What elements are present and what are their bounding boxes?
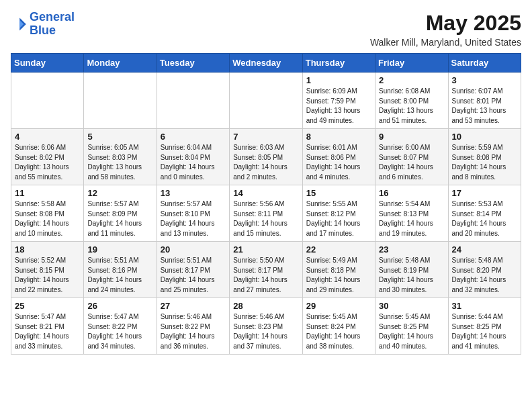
day-number: 4 <box>15 132 80 142</box>
calendar-cell <box>11 73 84 129</box>
calendar-week-3: 11Sunrise: 5:58 AMSunset: 8:08 PMDayligh… <box>11 185 521 242</box>
day-number: 25 <box>15 301 80 311</box>
calendar-cell: 23Sunrise: 5:48 AMSunset: 8:19 PMDayligh… <box>375 242 448 298</box>
day-number: 22 <box>306 244 371 255</box>
calendar-cell <box>157 73 229 129</box>
day-info: Sunrise: 5:55 AMSunset: 8:12 PMDaylight:… <box>306 199 371 238</box>
day-info: Sunrise: 5:47 AMSunset: 8:21 PMDaylight:… <box>15 312 80 351</box>
logo-icon <box>11 16 27 32</box>
calendar-cell <box>84 73 157 129</box>
day-number: 21 <box>233 244 298 255</box>
calendar-cell: 3Sunrise: 6:07 AMSunset: 8:01 PMDaylight… <box>448 73 521 129</box>
calendar-week-2: 4Sunrise: 6:06 AMSunset: 8:02 PMDaylight… <box>11 129 521 185</box>
calendar-cell: 4Sunrise: 6:06 AMSunset: 8:02 PMDaylight… <box>11 129 84 185</box>
day-number: 12 <box>87 188 152 198</box>
day-info: Sunrise: 5:59 AMSunset: 8:08 PMDaylight:… <box>452 143 517 182</box>
day-info: Sunrise: 5:58 AMSunset: 8:08 PMDaylight:… <box>15 199 80 238</box>
day-info: Sunrise: 6:01 AMSunset: 8:06 PMDaylight:… <box>306 143 371 182</box>
day-info: Sunrise: 5:51 AMSunset: 8:16 PMDaylight:… <box>87 256 152 295</box>
col-header-tuesday: Tuesday <box>157 54 229 73</box>
day-info: Sunrise: 5:53 AMSunset: 8:14 PMDaylight:… <box>452 199 517 238</box>
page-header: General Blue May 2025 Walker Mill, Maryl… <box>11 11 521 48</box>
day-number: 31 <box>452 301 517 311</box>
calendar-cell: 7Sunrise: 6:03 AMSunset: 8:05 PMDaylight… <box>230 129 302 185</box>
day-number: 5 <box>87 132 152 142</box>
calendar-cell: 14Sunrise: 5:56 AMSunset: 8:11 PMDayligh… <box>230 185 302 242</box>
day-info: Sunrise: 5:57 AMSunset: 8:10 PMDaylight:… <box>161 199 226 238</box>
day-info: Sunrise: 5:44 AMSunset: 8:25 PMDaylight:… <box>452 312 517 351</box>
day-info: Sunrise: 6:06 AMSunset: 8:02 PMDaylight:… <box>15 143 80 182</box>
day-info: Sunrise: 6:03 AMSunset: 8:05 PMDaylight:… <box>233 143 298 182</box>
calendar-cell: 12Sunrise: 5:57 AMSunset: 8:09 PMDayligh… <box>84 185 157 242</box>
day-number: 15 <box>306 188 371 198</box>
day-info: Sunrise: 5:49 AMSunset: 8:18 PMDaylight:… <box>306 256 371 295</box>
day-number: 18 <box>15 244 80 255</box>
col-header-monday: Monday <box>84 54 157 73</box>
day-number: 1 <box>306 75 371 85</box>
day-info: Sunrise: 5:48 AMSunset: 8:20 PMDaylight:… <box>452 256 517 295</box>
logo: General Blue <box>11 11 75 38</box>
logo-line2: Blue <box>30 24 56 37</box>
day-info: Sunrise: 5:54 AMSunset: 8:13 PMDaylight:… <box>379 199 444 238</box>
col-header-wednesday: Wednesday <box>230 54 302 73</box>
day-info: Sunrise: 5:48 AMSunset: 8:19 PMDaylight:… <box>379 256 444 295</box>
calendar-week-5: 25Sunrise: 5:47 AMSunset: 8:21 PMDayligh… <box>11 298 521 355</box>
calendar-cell: 29Sunrise: 5:45 AMSunset: 8:24 PMDayligh… <box>302 298 375 355</box>
calendar-cell: 6Sunrise: 6:04 AMSunset: 8:04 PMDaylight… <box>157 129 229 185</box>
day-number: 28 <box>233 301 298 311</box>
day-info: Sunrise: 5:45 AMSunset: 8:24 PMDaylight:… <box>306 312 371 351</box>
day-info: Sunrise: 5:51 AMSunset: 8:17 PMDaylight:… <box>161 256 226 295</box>
day-number: 16 <box>379 188 444 198</box>
day-info: Sunrise: 5:46 AMSunset: 8:23 PMDaylight:… <box>233 312 298 351</box>
calendar-cell: 24Sunrise: 5:48 AMSunset: 8:20 PMDayligh… <box>448 242 521 298</box>
calendar-cell: 1Sunrise: 6:09 AMSunset: 7:59 PMDaylight… <box>302 73 375 129</box>
col-header-thursday: Thursday <box>302 54 375 73</box>
day-info: Sunrise: 5:56 AMSunset: 8:11 PMDaylight:… <box>233 199 298 238</box>
day-number: 27 <box>161 301 226 311</box>
day-number: 29 <box>306 301 371 311</box>
day-number: 19 <box>87 244 152 255</box>
calendar-week-1: 1Sunrise: 6:09 AMSunset: 7:59 PMDaylight… <box>11 73 521 129</box>
day-info: Sunrise: 6:07 AMSunset: 8:01 PMDaylight:… <box>452 87 517 126</box>
calendar-cell: 15Sunrise: 5:55 AMSunset: 8:12 PMDayligh… <box>302 185 375 242</box>
calendar-cell: 8Sunrise: 6:01 AMSunset: 8:06 PMDaylight… <box>302 129 375 185</box>
calendar-cell: 11Sunrise: 5:58 AMSunset: 8:08 PMDayligh… <box>11 185 84 242</box>
location: Walker Mill, Maryland, United States <box>370 37 521 48</box>
calendar-cell: 2Sunrise: 6:08 AMSunset: 8:00 PMDaylight… <box>375 73 448 129</box>
calendar-cell <box>230 73 302 129</box>
calendar-cell: 17Sunrise: 5:53 AMSunset: 8:14 PMDayligh… <box>448 185 521 242</box>
day-number: 17 <box>452 188 517 198</box>
col-header-friday: Friday <box>375 54 448 73</box>
calendar-cell: 31Sunrise: 5:44 AMSunset: 8:25 PMDayligh… <box>448 298 521 355</box>
day-info: Sunrise: 5:52 AMSunset: 8:15 PMDaylight:… <box>15 256 80 295</box>
calendar-cell: 13Sunrise: 5:57 AMSunset: 8:10 PMDayligh… <box>157 185 229 242</box>
title-block: May 2025 Walker Mill, Maryland, United S… <box>370 11 521 48</box>
day-number: 7 <box>233 132 298 142</box>
calendar-cell: 20Sunrise: 5:51 AMSunset: 8:17 PMDayligh… <box>157 242 229 298</box>
day-number: 9 <box>379 132 444 142</box>
day-info: Sunrise: 5:50 AMSunset: 8:17 PMDaylight:… <box>233 256 298 295</box>
day-info: Sunrise: 6:05 AMSunset: 8:03 PMDaylight:… <box>87 143 152 182</box>
day-number: 2 <box>379 75 444 85</box>
col-header-sunday: Sunday <box>11 54 84 73</box>
calendar-cell: 5Sunrise: 6:05 AMSunset: 8:03 PMDaylight… <box>84 129 157 185</box>
calendar-cell: 27Sunrise: 5:46 AMSunset: 8:22 PMDayligh… <box>157 298 229 355</box>
calendar-table: SundayMondayTuesdayWednesdayThursdayFrid… <box>11 53 521 355</box>
day-number: 3 <box>452 75 517 85</box>
calendar-cell: 28Sunrise: 5:46 AMSunset: 8:23 PMDayligh… <box>230 298 302 355</box>
calendar-cell: 19Sunrise: 5:51 AMSunset: 8:16 PMDayligh… <box>84 242 157 298</box>
calendar-header-row: SundayMondayTuesdayWednesdayThursdayFrid… <box>11 54 521 73</box>
calendar-cell: 16Sunrise: 5:54 AMSunset: 8:13 PMDayligh… <box>375 185 448 242</box>
logo-line1: General <box>30 10 75 24</box>
day-number: 6 <box>161 132 226 142</box>
calendar-cell: 30Sunrise: 5:45 AMSunset: 8:25 PMDayligh… <box>375 298 448 355</box>
day-number: 30 <box>379 301 444 311</box>
day-info: Sunrise: 6:09 AMSunset: 7:59 PMDaylight:… <box>306 87 371 126</box>
calendar-cell: 18Sunrise: 5:52 AMSunset: 8:15 PMDayligh… <box>11 242 84 298</box>
day-info: Sunrise: 5:45 AMSunset: 8:25 PMDaylight:… <box>379 312 444 351</box>
day-number: 11 <box>15 188 80 198</box>
calendar-cell: 21Sunrise: 5:50 AMSunset: 8:17 PMDayligh… <box>230 242 302 298</box>
calendar-cell: 22Sunrise: 5:49 AMSunset: 8:18 PMDayligh… <box>302 242 375 298</box>
calendar-cell: 9Sunrise: 6:00 AMSunset: 8:07 PMDaylight… <box>375 129 448 185</box>
day-info: Sunrise: 5:47 AMSunset: 8:22 PMDaylight:… <box>87 312 152 351</box>
